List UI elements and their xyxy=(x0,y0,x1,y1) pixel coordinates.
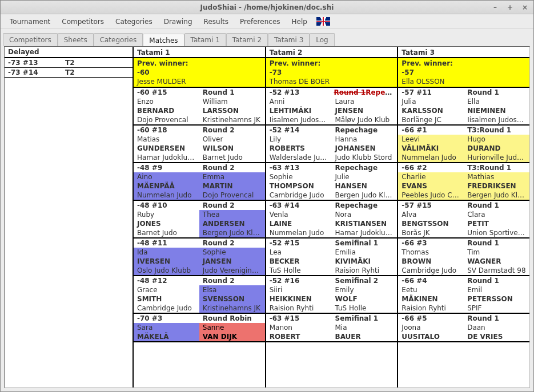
maximize-button[interactable]: + xyxy=(505,2,515,13)
menu-competitors[interactable]: Competitors xyxy=(56,15,110,28)
competitor-first: Grace xyxy=(134,285,199,294)
menu-categories[interactable]: Categories xyxy=(110,15,158,28)
match-row[interactable]: -66 #5 Round 1 Joona Daan UUSITALO DE VR… xyxy=(398,314,529,342)
match-round: Semifinal 1 xyxy=(332,314,398,323)
competitor-last: MÄENPÄÄ xyxy=(134,181,199,191)
competitor-club: Raision Ryhti xyxy=(398,304,464,313)
match-row[interactable]: -57 #15 Round 1 Alva Clara BENGTSSON PET… xyxy=(398,201,529,239)
menu-preferences[interactable]: Preferences xyxy=(234,15,286,28)
competitor-first: Enzo xyxy=(134,97,199,106)
competitor-first: Sanne xyxy=(199,323,265,332)
tab-matches[interactable]: Matches xyxy=(143,34,184,47)
match-row[interactable]: -66 #3 Round 1 Thomas Tim BROWN WAGNER C… xyxy=(398,239,529,276)
match-row[interactable]: -63 #13 Repechage Sophie Julie THOMPSON … xyxy=(266,163,398,201)
competitor-club: Kristinehamns JK xyxy=(199,115,265,124)
match-round: Round 1 xyxy=(464,276,529,285)
delayed-tatami: T2 xyxy=(62,68,78,77)
match-row[interactable]: -52 #13 Round 1Repechage Anni Laura LEHT… xyxy=(266,88,398,126)
match-round: Round Robin xyxy=(199,314,265,323)
tab-tatami2[interactable]: Tatami 2 xyxy=(226,33,268,46)
language-flag-icon[interactable] xyxy=(316,17,330,26)
match-row[interactable]: -60 #15 Round 1 Enzo William BERNARD LAR… xyxy=(134,88,265,126)
prev-winner-box: Prev. winner: -73 Thomas DE BOER xyxy=(266,58,398,88)
competitor-first: Hugo xyxy=(464,135,529,144)
competitor-first: Lily xyxy=(266,135,332,144)
menu-results[interactable]: Results xyxy=(198,15,234,28)
competitor-last: BAUER xyxy=(332,332,398,341)
prev-winner-cat: -73 xyxy=(270,67,394,76)
minimize-button[interactable]: – xyxy=(490,2,500,13)
prev-winner-cat: -60 xyxy=(137,67,262,76)
competitor-first: Emily xyxy=(332,285,398,294)
match-row[interactable]: -63 #15 Semifinal 1 Manon Mia ROBERT BAU… xyxy=(266,314,398,342)
match-round: Repechage xyxy=(332,201,398,210)
tab-sheets[interactable]: Sheets xyxy=(58,33,94,46)
match-row[interactable]: -60 #18 Round 2 Matias Oliver GUNDERSEN … xyxy=(134,126,265,163)
competitor-first: Thomas xyxy=(398,248,464,257)
tab-categories[interactable]: Categories xyxy=(94,33,143,46)
prev-winner-label: Prev. winner: xyxy=(137,59,262,67)
competitor-club: Barnet Judo xyxy=(199,153,265,162)
competitor-club: Cambridge Judo xyxy=(134,304,199,313)
match-round: T3:Round 1 xyxy=(464,126,529,135)
tab-log[interactable]: Log xyxy=(310,33,334,46)
tab-tatami3[interactable]: Tatami 3 xyxy=(268,33,310,46)
competitor-club: TuS Holle xyxy=(266,266,332,275)
competitor-first: Anni xyxy=(266,97,332,106)
tab-tatami1[interactable]: Tatami 1 xyxy=(184,33,226,46)
prev-winner-label: Prev. winner: xyxy=(401,59,526,67)
tatami-column-3: Tatami 3 Prev. winner: -57 Ella OLSSON -… xyxy=(398,47,529,387)
match-round: Round 2 xyxy=(199,276,265,285)
competitor-last: JANSEN xyxy=(199,257,265,266)
prev-winner-box: Prev. winner: -60 Jesse MULDER xyxy=(134,58,265,88)
match-list: -57 #11 Round 1 Julia Ella KARLSSON NIEM… xyxy=(398,88,529,387)
match-row[interactable]: -52 #14 Repechage Lily Hanna ROBERTS JOH… xyxy=(266,126,398,163)
match-row[interactable]: -66 #4 Round 1 Eetu Emil MÄKINEN PETERSS… xyxy=(398,276,529,314)
menu-tournament[interactable]: Tournament xyxy=(4,15,56,28)
competitor-first: Julia xyxy=(398,97,464,106)
competitor-last: BERNARD xyxy=(134,106,199,115)
competitor-last: THOMPSON xyxy=(266,181,332,191)
competitor-first: Joona xyxy=(398,323,464,332)
match-round: Round 1 xyxy=(464,239,529,248)
competitor-last: WAGNER xyxy=(464,257,529,266)
match-header: -66 #2 xyxy=(398,163,464,172)
match-row[interactable]: -70 #3 Round Robin Sara Sanne MÄKELÄ VAN… xyxy=(134,314,265,342)
competitor-first: Eetu xyxy=(398,285,464,294)
match-row[interactable]: -52 #16 Semifinal 2 Siiri Emily HEIKKINE… xyxy=(266,276,398,314)
competitor-club: Peebles Judo Club xyxy=(398,191,464,200)
match-row[interactable]: -48 #12 Round 2 Grace Elsa SMITH SVENSSO… xyxy=(134,276,265,314)
competitor-club: Barnet Judo xyxy=(134,228,199,237)
menu-drawing[interactable]: Drawing xyxy=(158,15,198,28)
competitor-last: JOHANSEN xyxy=(332,144,398,153)
competitor-club: Nummelan Judo xyxy=(134,191,199,200)
competitor-last: BROWN xyxy=(398,257,464,266)
delayed-row[interactable]: -73 #14 T2 xyxy=(5,68,133,78)
match-round: Round 2 xyxy=(199,126,265,135)
competitor-last: MARTIN xyxy=(199,181,265,191)
competitor-last: ANDERSEN xyxy=(199,219,265,228)
menu-help[interactable]: Help xyxy=(286,15,313,28)
match-round: Repechage xyxy=(332,163,398,172)
match-row[interactable]: -66 #2 T3:Round 1 Charlie Mathias EVANS … xyxy=(398,163,529,201)
tab-competitors[interactable]: Competitors xyxy=(3,33,58,46)
competitor-first: Lea xyxy=(266,248,332,257)
match-row[interactable]: -63 #14 Repechage Venla Nora LAINE KRIST… xyxy=(266,201,398,239)
match-row[interactable]: -57 #11 Round 1 Julia Ella KARLSSON NIEM… xyxy=(398,88,529,126)
competitor-first: Laura xyxy=(332,97,398,106)
match-row[interactable]: -48 #11 Round 2 Ida Sophie IVERSEN JANSE… xyxy=(134,239,265,276)
match-header: -60 #15 xyxy=(134,88,199,97)
prev-winner-name: Thomas DE BOER xyxy=(270,76,394,86)
match-row[interactable]: -52 #15 Semifinal 1 Lea Emilia BECKER KI… xyxy=(266,239,398,276)
match-row[interactable]: -48 #9 Round 2 Aino Emma MÄENPÄÄ MARTIN … xyxy=(134,163,265,201)
delayed-row[interactable]: -73 #13 T2 xyxy=(5,58,133,68)
match-row[interactable]: -66 #1 T3:Round 1 Leevi Hugo VÄLIMÄKI DU… xyxy=(398,126,529,163)
competitor-first: Elsa xyxy=(199,285,265,294)
match-header: -63 #15 xyxy=(266,314,332,323)
tatami-column-2: Tatami 2 Prev. winner: -73 Thomas DE BOE… xyxy=(266,47,399,387)
match-round: Semifinal 2 xyxy=(332,276,398,285)
delayed-column: Delayed -73 #13 T2 -73 #14 T2 xyxy=(5,47,134,387)
match-row[interactable]: -48 #10 Round 2 Ruby Thea JONES ANDERSEN… xyxy=(134,201,265,239)
match-header: -48 #11 xyxy=(134,239,199,248)
close-button[interactable]: × xyxy=(520,2,530,13)
